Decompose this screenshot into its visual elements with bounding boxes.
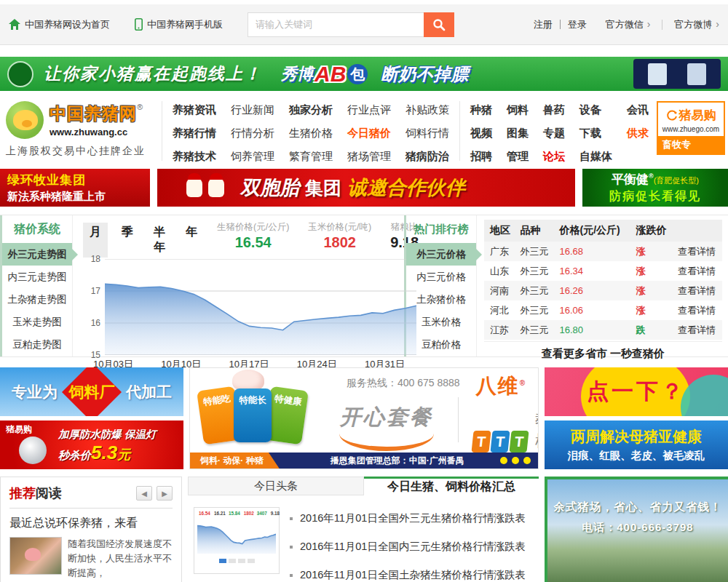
view-detail-link[interactable]: 查看详情 [678, 285, 716, 296]
sidebar-item[interactable]: 豆粕走势图 [2, 334, 72, 356]
sidebar-item-label: 豆粕价格 [422, 338, 461, 351]
sidebar-item[interactable]: 内三元走势图 [2, 266, 72, 288]
nav-link-item[interactable]: 行情分析 [231, 127, 274, 140]
search-input[interactable] [248, 12, 424, 37]
nav-link-item[interactable]: 补贴政策 [405, 103, 449, 117]
chart-tab[interactable]: 季 [115, 223, 140, 258]
banner-shield-logo-icon [7, 61, 33, 87]
chart-panel: 月季半年年 生猪价格(元/公斤)16.54玉米价格(元/吨)1802猪粮比9.1… [73, 215, 404, 356]
logo-block[interactable]: 中国养猪网® www.zhuwang.cc 上海股权交易中心挂牌企业 [6, 101, 151, 158]
search-button[interactable] [424, 12, 454, 37]
view-detail-link[interactable]: 查看详情 [678, 266, 716, 276]
chart-tab[interactable]: 年 [179, 223, 204, 258]
strip-dots-decoration [500, 457, 531, 464]
news-link[interactable]: 2016年11月01日全国土杂猪生猪价格行情涨跌表 [290, 568, 526, 582]
sidebar-item-label: 内三元价格 [416, 271, 466, 284]
news-link[interactable]: 2016年11月01日全国内三元生猪价格行情涨跌表 [290, 540, 526, 554]
chart-period-tabs: 月季半年年 [83, 221, 204, 258]
banner-brand-ab: AB [314, 62, 346, 87]
set-home-link[interactable]: 中国养猪网设为首页 [9, 18, 110, 31]
nav-link-item[interactable]: 生猪价格 [289, 127, 333, 140]
sidebar-item-label: 玉米走势图 [12, 316, 62, 329]
sidebar-item[interactable]: 土杂猪价格 [406, 288, 476, 311]
zhuego-shop-box[interactable]: 猪易购 www.zhuego.com 畜牧专 [657, 101, 725, 155]
chart-tab[interactable]: 月 [83, 223, 108, 258]
divider [459, 101, 460, 161]
login-link[interactable]: 登录 [568, 18, 587, 31]
prev-arrow-button[interactable]: ◀ [136, 486, 152, 501]
sow-health-ad[interactable]: 两周解决母猪亚健康 泪痕、红眼、老皮、被毛凌乱 [545, 420, 728, 469]
stat-block: 玉米价格(元/吨)1802 [308, 221, 371, 251]
nav-link-item[interactable]: 自媒体 [579, 150, 612, 164]
lvhuan-ad[interactable]: 绿环牧业集团 新法系种猪隆重上市 [0, 169, 150, 207]
sidebar-item[interactable]: 内三元价格 [406, 266, 476, 288]
mini-stat-value: 1802 [243, 511, 253, 515]
nav-link-item[interactable]: 种猪 [470, 103, 492, 117]
sidebar-item[interactable]: 土杂猪走势图 [2, 288, 72, 311]
nav-link-item[interactable]: 供求 [627, 127, 649, 140]
news-link[interactable]: 2016年11月01日全国外三元生猪价格行情涨跌表 [290, 511, 526, 525]
nav-link-item[interactable]: 猪场管理 [347, 150, 391, 164]
table-header-cell: 地区 [484, 220, 514, 242]
twins-group-ad[interactable]: 双胞胎 集团 诚邀合作伙伴 [157, 169, 575, 207]
mini-stat-value: 9.18 [270, 511, 279, 515]
view-detail-link[interactable]: 查看详情 [678, 305, 716, 316]
nav-link-item[interactable]: 招聘 [470, 150, 492, 164]
sidebar-item[interactable]: 外三元价格 [406, 243, 476, 266]
ad-row-1: 绿环牧业集团 新法系种猪隆重上市 双胞胎 集团 诚邀合作伙伴 平衡健®(育肥促长… [0, 169, 728, 207]
next-arrow-button[interactable]: ▶ [157, 486, 173, 501]
wechat-link[interactable]: 官方微信› [606, 18, 651, 31]
nav-link-item[interactable]: 独家分析 [289, 103, 333, 117]
tab-today-headlines[interactable]: 今日头条 [188, 477, 364, 495]
nav-link-item[interactable]: 饲料行情 [405, 127, 449, 140]
article-thumbnail[interactable] [9, 537, 62, 575]
view-detail-link[interactable]: 查看详情 [678, 246, 716, 257]
pig-mascot-icon [208, 178, 224, 197]
sidebar-item[interactable]: 玉米走势图 [2, 311, 72, 334]
tab-price-summary[interactable]: 今日生猪、饲料价格汇总 [364, 477, 539, 495]
mobile-version-link[interactable]: 中国养猪网手机版 [135, 18, 223, 31]
nav-link-item[interactable]: 专题 [543, 127, 565, 140]
feed-processing-ad[interactable]: 专业为 饲料厂 代加工 [0, 367, 183, 416]
sidebar-item[interactable]: 外三元走势图 [2, 243, 72, 266]
heat-lamp-ad[interactable]: 猪易购 加厚防水防爆 保温灯 秒杀价5.3元 [0, 420, 183, 469]
product-pack-icon [687, 63, 706, 85]
sidebar-item[interactable]: 玉米价格 [406, 311, 476, 334]
hotline-text: 服务热线：400 675 8888 [347, 377, 460, 390]
nav-link-item[interactable]: 兽药 [543, 103, 565, 117]
nav-link-item[interactable]: 图集 [507, 127, 529, 140]
nav-link-item[interactable]: 行业新闻 [231, 103, 274, 117]
cell-trend: 跌 [630, 320, 672, 340]
nav-link-item[interactable]: 养猪技术 [173, 150, 216, 164]
view-detail-link[interactable]: 查看详情 [678, 324, 716, 335]
mini-chart-thumbnail[interactable]: 16.5416.2115.84180234079.18 [194, 507, 280, 574]
nav-link-item[interactable]: 今日猪价 [347, 127, 391, 140]
nav-link-item[interactable]: 下载 [579, 127, 612, 140]
nav-link-item[interactable]: 猪病防治 [405, 150, 449, 164]
farm-ad[interactable]: 余式猪场，省心、省力又省钱！ 电话：400-666-3798 [545, 477, 728, 582]
cell-region-value: 山东 [490, 266, 509, 276]
nav-link-item[interactable]: 行业点评 [347, 103, 391, 117]
pingHengJian-ad[interactable]: 平衡健®(育肥促长型) 防病促长看得见 [582, 169, 728, 207]
nav-link-item[interactable]: 会讯 [627, 103, 649, 117]
nav-link-item[interactable]: 养猪行情 [173, 127, 216, 140]
click-here-ad[interactable]: 点一下？ [545, 367, 728, 416]
register-link[interactable]: 注册 [534, 18, 553, 31]
baen-group-ad[interactable]: 服务热线：400 675 8888 八维® 特能吃特能长特健康 开心套餐 TTT… [189, 367, 539, 469]
sidebar-item[interactable]: 豆粕价格 [406, 334, 476, 356]
cell-breed-value: 外三元 [520, 266, 548, 276]
nav-link-item[interactable]: 饲料 [507, 103, 529, 117]
nav-link-item[interactable]: 论坛 [543, 150, 565, 164]
nav-link-item[interactable]: 养猪资讯 [173, 103, 216, 117]
more-provinces-link[interactable]: 查看更多省市 一秒查猪价 [484, 341, 722, 366]
top-banner-ad[interactable]: 让你家小猪赢在起跑线上！ 秀博 AB 包 断奶不掉膘 [0, 57, 728, 91]
nav-link-item[interactable]: 管理 [507, 150, 529, 164]
nav-link-item[interactable]: 繁育管理 [289, 150, 333, 164]
cell-link: 查看详情 [672, 281, 722, 300]
nav-link-item[interactable]: 设备 [579, 103, 612, 117]
nav-link-item[interactable]: 视频 [470, 127, 492, 140]
nav-link-item[interactable]: 饲养管理 [231, 150, 274, 164]
weibo-link[interactable]: 官方微博› [674, 18, 719, 31]
article-title-link[interactable]: 最近总说环保养猪，来看 [9, 516, 173, 531]
chart-tab[interactable]: 半年 [147, 223, 172, 258]
